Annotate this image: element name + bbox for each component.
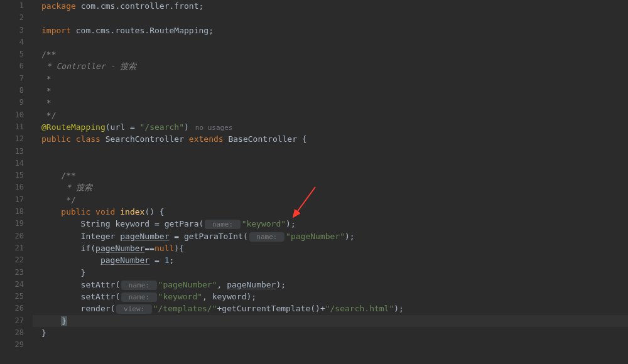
code-line[interactable]: * xyxy=(33,85,628,97)
param-hint: name: xyxy=(249,232,284,242)
line-number: 16 xyxy=(0,181,24,193)
code-text: } xyxy=(41,328,46,338)
annotation: @RouteMapping xyxy=(41,122,106,132)
variable: pageNumber xyxy=(227,280,276,289)
code-text: , xyxy=(217,280,227,289)
comment: /** xyxy=(41,50,56,59)
comment: */ xyxy=(41,195,76,205)
line-number: 10 xyxy=(0,109,24,121)
code-editor[interactable]: 1234567891011121314151617181920212223242… xyxy=(0,0,628,364)
paren-close: ) xyxy=(184,122,189,132)
package-path: com.cms.controller.front xyxy=(81,1,199,11)
code-text: +getCurrentTemplate()+ xyxy=(217,304,325,313)
code-text: = xyxy=(149,255,164,265)
keyword-public: public xyxy=(41,134,76,144)
code-line[interactable]: */ xyxy=(33,109,628,121)
string-literal: "/search" xyxy=(140,122,184,132)
code-line[interactable]: package com.cms.controller.front; xyxy=(33,0,628,12)
line-number: 23 xyxy=(0,267,24,279)
annotation-params: (url = xyxy=(106,122,140,132)
string-literal: "/templates/" xyxy=(153,304,217,313)
keyword-class: class xyxy=(76,134,106,144)
caret: } xyxy=(61,316,67,326)
code-line[interactable] xyxy=(33,36,628,48)
variable: pageNumber xyxy=(100,255,149,265)
comment: * xyxy=(41,98,51,107)
variable: pageNumber xyxy=(120,232,169,241)
code-text: ){ xyxy=(174,244,184,253)
line-number: 13 xyxy=(0,146,24,158)
code-line[interactable] xyxy=(33,146,628,158)
code-line[interactable]: /** xyxy=(33,169,628,181)
code-text: ); xyxy=(394,304,404,313)
keyword-void: void xyxy=(95,207,120,217)
code-text: String keyword = getPara( xyxy=(41,219,203,228)
code-line[interactable]: */ xyxy=(33,194,628,206)
keyword-public: public xyxy=(41,207,95,217)
method-signature: () { xyxy=(144,207,164,217)
code-line-current[interactable]: } xyxy=(33,315,628,327)
code-line[interactable]: import com.cms.routes.RouteMapping; xyxy=(33,24,628,36)
code-text: setAttr( xyxy=(41,292,120,301)
semicolon: ; xyxy=(198,1,203,11)
string-literal: "keyword" xyxy=(158,292,202,301)
line-number: 11 xyxy=(0,121,24,133)
string-literal: "/search.html" xyxy=(325,304,394,313)
code-text: ); xyxy=(276,280,286,289)
code-line[interactable]: @RouteMapping(url = "/search")no usages xyxy=(33,121,628,133)
code-text: ; xyxy=(170,255,175,265)
line-number: 6 xyxy=(0,60,24,72)
code-text: setAttr( xyxy=(41,280,120,289)
code-line[interactable] xyxy=(33,12,628,24)
line-number: 5 xyxy=(0,48,24,60)
line-number: 25 xyxy=(0,291,24,302)
code-text xyxy=(41,316,61,326)
line-number: 14 xyxy=(0,158,24,169)
line-number: 1 xyxy=(0,0,24,12)
code-area[interactable]: package com.cms.controller.front; import… xyxy=(33,0,628,364)
code-line[interactable]: public void index() { xyxy=(33,206,628,218)
param-hint: name: xyxy=(121,281,156,290)
code-line[interactable]: render( view: "/templates/"+getCurrentTe… xyxy=(33,302,628,314)
string-literal: "pageNumber" xyxy=(286,232,345,241)
code-line[interactable]: setAttr( name: "keyword", keyword); xyxy=(33,291,628,302)
line-number: 29 xyxy=(0,339,24,351)
param-hint: name: xyxy=(205,220,240,229)
code-line[interactable]: String keyword = getPara( name: "keyword… xyxy=(33,218,628,230)
param-hint: view: xyxy=(116,304,151,314)
code-text: ); xyxy=(286,219,296,228)
class-name: SearchController xyxy=(106,134,189,144)
line-number: 19 xyxy=(0,218,24,230)
import-path: com.cms.routes.RouteMapping xyxy=(76,26,208,35)
usages-hint[interactable]: no usages xyxy=(195,124,233,132)
code-text: Integer xyxy=(41,232,120,241)
keyword-extends: extends xyxy=(189,134,229,144)
semicolon: ; xyxy=(208,26,214,35)
line-number: 8 xyxy=(0,85,24,97)
comment: * 搜索 xyxy=(41,183,92,192)
line-number: 22 xyxy=(0,254,24,266)
code-line[interactable]: * 搜索 xyxy=(33,181,628,193)
number-literal: 1 xyxy=(165,255,170,265)
code-line[interactable]: } xyxy=(33,327,628,339)
line-number: 7 xyxy=(0,73,24,85)
code-line[interactable]: * xyxy=(33,73,628,85)
code-line[interactable]: setAttr( name: "pageNumber", pageNumber)… xyxy=(33,279,628,291)
code-line[interactable]: if(pageNumber==null){ xyxy=(33,242,628,254)
code-line[interactable] xyxy=(33,158,628,169)
code-line[interactable]: pageNumber = 1; xyxy=(33,254,628,266)
param-hint: name: xyxy=(121,292,156,302)
code-line[interactable]: } xyxy=(33,267,628,279)
line-number: 24 xyxy=(0,279,24,291)
code-text: ); xyxy=(345,232,355,241)
code-line[interactable]: * xyxy=(33,97,628,109)
code-line[interactable]: public class SearchController extends Ba… xyxy=(33,133,628,145)
line-number: 4 xyxy=(0,36,24,48)
line-number: 17 xyxy=(0,194,24,206)
code-line[interactable]: Integer pageNumber = getParaToInt( name:… xyxy=(33,230,628,242)
code-line[interactable]: /** xyxy=(33,48,628,60)
code-line[interactable] xyxy=(33,339,628,351)
variable: pageNumber xyxy=(95,244,144,253)
code-line[interactable]: * Controller - 搜索 xyxy=(33,60,628,72)
line-number: 12 xyxy=(0,133,24,145)
